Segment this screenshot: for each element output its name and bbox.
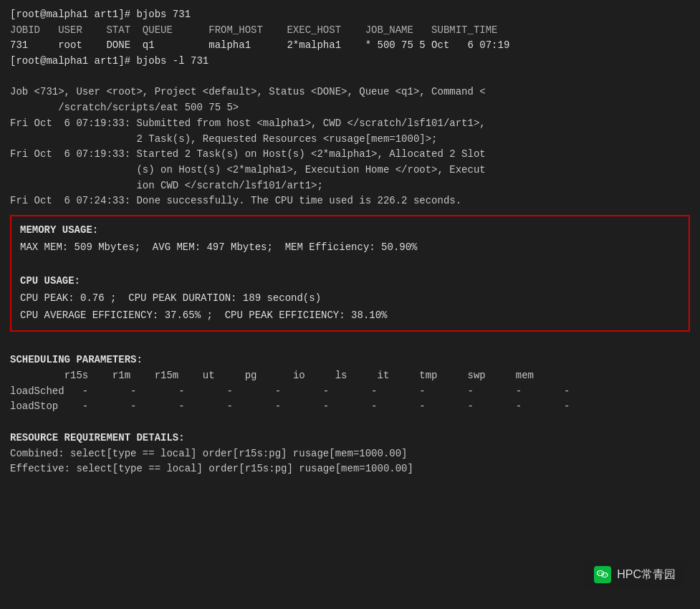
wechat-icon [594, 566, 611, 583]
svg-point-2 [601, 572, 602, 573]
info-line-2: /scratch/scripts/eat 500 75 5> [10, 100, 690, 116]
box-blank [20, 256, 680, 274]
terminal-window: [root@malpha1 art1]# bjobs 731 JOBID USE… [0, 0, 700, 609]
resource-line-2: Effective: select[type == local] order[r… [10, 461, 690, 477]
info-line-8: Fri Oct 6 07:24:33: Done successfully. T… [10, 193, 690, 209]
info-line-3: Fri Oct 6 07:19:33: Submitted from host … [10, 116, 690, 132]
sched-row-2: loadStop - - - - - - - - - - - [10, 399, 690, 415]
blank-line-3 [10, 415, 690, 431]
resource-line-1: Combined: select[type == local] order[r1… [10, 446, 690, 462]
info-line-6: (s) on Host(s) <2*malpha1>, Execution Ho… [10, 163, 690, 178]
info-line-7: ion CWD </scratch/lsf101/art1>; [10, 178, 690, 194]
cpu-usage-header: CPU USAGE: [20, 273, 680, 290]
blank-line-1 [10, 69, 690, 85]
header-row: JOBID USER STAT QUEUE FROM_HOST EXEC_HOS… [10, 23, 690, 39]
info-line-5: Fri Oct 6 07:19:33: Started 2 Task(s) on… [10, 147, 690, 163]
info-line-1: Job <731>, User <root>, Project <default… [10, 85, 690, 100]
wechat-label: HPC常青园 [617, 567, 676, 582]
usage-highlight-box: MEMORY USAGE: MAX MEM: 509 Mbytes; AVG M… [10, 215, 690, 332]
svg-point-1 [599, 572, 600, 573]
wechat-badge: HPC常青园 [584, 562, 686, 588]
memory-usage-header: MEMORY USAGE: [20, 222, 680, 239]
cmd-line-1: [root@malpha1 art1]# bjobs 731 [10, 7, 690, 23]
resource-header: RESOURCE REQUIREMENT DETAILS: [10, 431, 690, 446]
info-line-4: 2 Task(s), Requested Resources <rusage[m… [10, 132, 690, 148]
scheduling-header: SCHEDULING PARAMETERS: [10, 353, 690, 368]
job-row: 731 root DONE q1 malpha1 2*malpha1 * 500… [10, 38, 690, 54]
svg-point-5 [605, 575, 606, 575]
sched-col-headers: r15s r1m r15m ut pg io ls it tmp swp mem [10, 368, 690, 384]
sched-row-1: loadSched - - - - - - - - - - - [10, 384, 690, 400]
cmd-line-2: [root@malpha1 art1]# bjobs -l 731 [10, 54, 690, 69]
cpu-efficiency-line: CPU AVERAGE EFFICIENCY: 37.65% ; CPU PEA… [20, 307, 680, 325]
blank-line-2 [10, 337, 690, 353]
cpu-peak-line: CPU PEAK: 0.76 ; CPU PEAK DURATION: 189 … [20, 290, 680, 307]
svg-point-4 [603, 575, 604, 575]
memory-usage-values: MAX MEM: 509 Mbytes; AVG MEM: 497 Mbytes… [20, 239, 680, 256]
